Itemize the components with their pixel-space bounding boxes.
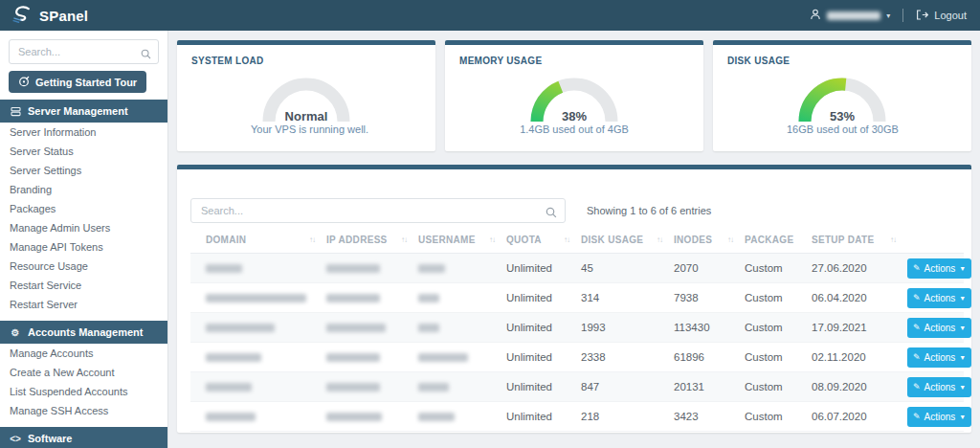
chevron-down-icon: ▼ [959, 265, 966, 272]
chevron-down-icon: ▼ [959, 384, 966, 391]
sidebar-section-server-management[interactable]: Server Management [0, 100, 167, 123]
actions-button[interactable]: ✎ Actions ▼ [907, 288, 971, 308]
username-redacted[interactable] [827, 11, 880, 20]
cell-package: Custom [745, 262, 812, 274]
sidebar-item-restart-server[interactable]: Restart Server [0, 295, 167, 314]
actions-button[interactable]: ✎ Actions ▼ [907, 318, 971, 338]
gear-icon: ⚙ [10, 327, 21, 338]
redacted-ip [326, 294, 380, 302]
cell-disk-usage: 218 [581, 411, 674, 422]
sidebar-section-software[interactable]: <>Software [0, 427, 167, 448]
brand[interactable]: SPanel [11, 5, 88, 27]
sidebar-item-server-status[interactable]: Server Status [0, 142, 167, 161]
sidebar-item-resource-usage[interactable]: Resource Usage [0, 257, 167, 276]
sort-icon[interactable]: ↑↓ [727, 235, 733, 244]
card-title: SYSTEM LOAD [177, 45, 435, 66]
column-header-setup-date[interactable]: SETUP DATE↑↓ [812, 235, 907, 245]
cell-domain [206, 324, 326, 332]
sidebar-item-create-a-new-account[interactable]: Create a New Account [0, 363, 167, 382]
column-header-username[interactable]: USERNAME↑↓ [418, 235, 506, 245]
column-header-domain[interactable]: DOMAIN↑↓ [206, 235, 326, 245]
edit-icon: ✎ [913, 412, 921, 421]
sort-icon[interactable]: ↑↓ [564, 235, 569, 244]
sidebar-item-restart-service[interactable]: Restart Service [0, 276, 167, 295]
sidebar-item-manage-api-tokens[interactable]: Manage API Tokens [0, 237, 167, 257]
cell-setup-date: 27.06.2020 [812, 262, 907, 274]
cell-setup-date: 02.11.2020 [812, 351, 907, 363]
cell-ip-address [326, 264, 418, 273]
sidebar-item-manage-accounts[interactable]: Manage Accounts [0, 344, 167, 363]
sidebar-item-server-settings[interactable]: Server Settings [0, 161, 167, 180]
cell-disk-usage: 847 [581, 381, 674, 392]
sidebar-item-manage-admin-users[interactable]: Manage Admin Users [0, 218, 167, 237]
cell-inodes: 2070 [674, 262, 745, 274]
cell-disk-usage: 2338 [581, 351, 674, 363]
chevron-down-icon: ▼ [959, 354, 966, 361]
column-header-inodes[interactable]: INODES↑↓ [674, 235, 745, 245]
chevron-down-icon[interactable]: ▾ [886, 11, 890, 20]
cell-actions: ✎ Actions ▼ [907, 407, 971, 427]
cell-actions: ✎ Actions ▼ [907, 347, 971, 368]
chevron-down-icon: ▼ [959, 295, 966, 302]
gauge-subtext: 1.4GB used out of 4GB [519, 123, 630, 135]
table-row: Unlimited 314 7938 Custom 06.04.2020 ✎ A… [190, 283, 964, 313]
cell-inodes: 113430 [674, 322, 745, 333]
cell-setup-date: 06.07.2020 [812, 411, 907, 422]
redacted-domain [206, 383, 252, 392]
edit-icon: ✎ [913, 263, 921, 273]
cell-disk-usage: 314 [581, 292, 674, 303]
cell-disk-usage: 45 [581, 262, 674, 274]
actions-button[interactable]: ✎ Actions ▼ [907, 377, 971, 397]
sort-icon[interactable]: ↑↓ [309, 235, 315, 244]
redacted-domain [206, 353, 261, 362]
top-navbar: SPanel ▾ Logout [0, 0, 980, 31]
card-system-load: SYSTEM LOAD Normal Your VPS is running w… [177, 40, 435, 151]
column-header-disk-usage[interactable]: DISK USAGE↑↓ [581, 235, 674, 245]
sidebar-search [9, 39, 159, 64]
tour-compass-icon [18, 76, 30, 89]
cell-ip-address [326, 294, 418, 302]
cell-inodes: 7938 [674, 292, 745, 303]
cell-quota: Unlimited [506, 351, 581, 363]
cell-inodes: 20131 [674, 381, 745, 392]
cell-package: Custom [745, 381, 812, 392]
sort-icon[interactable]: ↑↓ [401, 235, 407, 244]
sort-icon[interactable]: ↑↓ [890, 235, 896, 244]
cell-inodes: 61896 [674, 351, 745, 363]
sidebar-item-list-suspended-accounts[interactable]: List Suspended Accounts [0, 382, 167, 401]
table-row: Unlimited 45 2070 Custom 27.06.2020 ✎ Ac… [190, 254, 964, 283]
sidebar-section-accounts-management[interactable]: ⚙Accounts Management [0, 321, 167, 344]
getting-started-tour-button[interactable]: Getting Started Tour [9, 71, 146, 93]
status-cards-row: SYSTEM LOAD Normal Your VPS is running w… [177, 40, 971, 151]
actions-button[interactable]: ✎ Actions ▼ [907, 347, 971, 368]
logout-button[interactable]: Logout [934, 10, 967, 21]
cell-ip-address [326, 324, 418, 332]
table-search [190, 198, 566, 223]
card-memory-usage: MEMORY USAGE 38% 1.4GB used out of 4GB [445, 40, 703, 151]
column-header-ip-address[interactable]: IP ADDRESS↑↓ [326, 235, 418, 245]
actions-button[interactable]: ✎ Actions ▼ [907, 258, 971, 279]
sidebar-search-input[interactable] [9, 39, 159, 64]
column-header-quota[interactable]: QUOTA↑↓ [506, 235, 581, 245]
cell-username [418, 294, 506, 302]
redacted-domain [206, 294, 306, 302]
cell-quota: Unlimited [506, 262, 581, 274]
actions-button[interactable]: ✎ Actions ▼ [907, 407, 971, 427]
search-icon [141, 46, 151, 63]
card-disk-usage: DISK USAGE 53% 16GB used out of 30GB [713, 40, 971, 151]
sort-icon[interactable]: ↑↓ [489, 235, 495, 244]
table-row: Unlimited 218 3423 Custom 06.07.2020 ✎ A… [190, 402, 964, 432]
edit-icon: ✎ [913, 293, 921, 302]
card-title: MEMORY USAGE [445, 45, 703, 66]
table-row: Unlimited 1993 113430 Custom 17.09.2021 … [190, 313, 964, 343]
sidebar-item-manage-ssh-access[interactable]: Manage SSH Access [0, 401, 167, 420]
sidebar-item-server-information[interactable]: Server Information [0, 123, 167, 142]
sidebar-item-packages[interactable]: Packages [0, 199, 167, 218]
cell-actions: ✎ Actions ▼ [907, 258, 971, 279]
sidebar-item-branding[interactable]: Branding [0, 180, 167, 199]
table-search-input[interactable] [190, 198, 566, 223]
chevron-down-icon: ▼ [959, 325, 966, 331]
sort-icon[interactable]: ↑↓ [657, 235, 662, 244]
edit-icon: ✎ [913, 323, 921, 332]
redacted-domain [206, 264, 242, 273]
